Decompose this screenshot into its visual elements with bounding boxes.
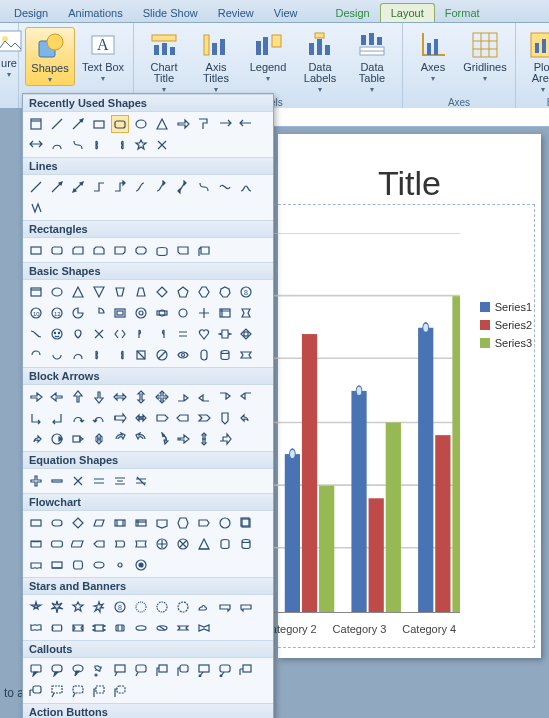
shape-flow-12[interactable] bbox=[48, 535, 66, 553]
tab-chart-layout[interactable]: Layout bbox=[380, 3, 435, 22]
shape-stars-2[interactable] bbox=[69, 598, 87, 616]
shape-rects-7[interactable] bbox=[174, 241, 192, 259]
shape-stars-13[interactable] bbox=[69, 619, 87, 637]
shape-recent-13[interactable] bbox=[69, 136, 87, 154]
shape-basic-37[interactable] bbox=[111, 346, 129, 364]
legend-item-series2[interactable]: Series2 bbox=[480, 319, 532, 331]
shape-basic-13[interactable] bbox=[69, 304, 87, 322]
shape-basic-12[interactable]: 12 bbox=[48, 304, 66, 322]
shape-recent-8[interactable] bbox=[195, 115, 213, 133]
shape-stars-18[interactable] bbox=[174, 619, 192, 637]
legend-button[interactable]: Legend ▾ bbox=[244, 27, 292, 95]
shape-basic-17[interactable] bbox=[153, 304, 171, 322]
shape-basic-26[interactable] bbox=[111, 325, 129, 343]
shape-basic-28[interactable] bbox=[153, 325, 171, 343]
shape-flow-5[interactable] bbox=[132, 514, 150, 532]
shape-flow-25[interactable] bbox=[90, 556, 108, 574]
shape-recent-6[interactable] bbox=[153, 115, 171, 133]
shape-flow-26[interactable] bbox=[111, 556, 129, 574]
shape-basic-31[interactable] bbox=[216, 325, 234, 343]
shapes-button[interactable]: Shapes ▾ bbox=[25, 27, 75, 86]
shape-lines-0[interactable] bbox=[27, 178, 45, 196]
shape-basic-41[interactable] bbox=[195, 346, 213, 364]
shape-arrows-20[interactable] bbox=[216, 409, 234, 427]
shape-arrows-27[interactable] bbox=[132, 430, 150, 448]
shape-callouts-13[interactable] bbox=[69, 682, 87, 700]
shape-basic-25[interactable] bbox=[90, 325, 108, 343]
shape-basic-23[interactable] bbox=[48, 325, 66, 343]
shape-callouts-7[interactable] bbox=[174, 661, 192, 679]
shape-recent-17[interactable] bbox=[153, 136, 171, 154]
shape-basic-3[interactable] bbox=[90, 283, 108, 301]
shape-recent-16[interactable] bbox=[132, 136, 150, 154]
shape-basic-5[interactable] bbox=[132, 283, 150, 301]
shape-arrows-0[interactable] bbox=[27, 388, 45, 406]
shape-basic-7[interactable] bbox=[174, 283, 192, 301]
shape-flow-11[interactable] bbox=[27, 535, 45, 553]
shape-stars-4[interactable]: 8 bbox=[111, 598, 129, 616]
shape-callouts-8[interactable] bbox=[195, 661, 213, 679]
shape-recent-2[interactable] bbox=[69, 115, 87, 133]
shape-stars-3[interactable] bbox=[90, 598, 108, 616]
plot-area-button[interactable]: Plot Area ▾ bbox=[522, 27, 549, 106]
chart-frame[interactable]: Category 2 Category 3 Category 4 Series1… bbox=[258, 204, 535, 648]
shape-stars-8[interactable] bbox=[195, 598, 213, 616]
shape-basic-36[interactable] bbox=[90, 346, 108, 364]
shape-stars-16[interactable] bbox=[132, 619, 150, 637]
shape-stars-9[interactable] bbox=[216, 598, 234, 616]
shape-recent-1[interactable] bbox=[48, 115, 66, 133]
shape-recent-4[interactable] bbox=[111, 115, 129, 133]
shape-stars-10[interactable] bbox=[237, 598, 255, 616]
shape-recent-10[interactable] bbox=[237, 115, 255, 133]
shape-arrows-6[interactable] bbox=[153, 388, 171, 406]
shape-basic-8[interactable] bbox=[195, 283, 213, 301]
shape-basic-29[interactable] bbox=[174, 325, 192, 343]
shape-flow-6[interactable] bbox=[153, 514, 171, 532]
shape-arrows-2[interactable] bbox=[69, 388, 87, 406]
shape-arrows-9[interactable] bbox=[216, 388, 234, 406]
shape-lines-4[interactable] bbox=[111, 178, 129, 196]
shape-recent-12[interactable] bbox=[48, 136, 66, 154]
shape-flow-1[interactable] bbox=[48, 514, 66, 532]
shape-eq-4[interactable] bbox=[111, 472, 129, 490]
shape-callouts-5[interactable] bbox=[132, 661, 150, 679]
shape-arrows-11[interactable] bbox=[27, 409, 45, 427]
shape-flow-16[interactable] bbox=[132, 535, 150, 553]
shape-callouts-1[interactable] bbox=[48, 661, 66, 679]
shape-basic-38[interactable] bbox=[132, 346, 150, 364]
shape-eq-5[interactable] bbox=[132, 472, 150, 490]
shape-rects-1[interactable] bbox=[48, 241, 66, 259]
shape-callouts-4[interactable] bbox=[111, 661, 129, 679]
shape-flow-22[interactable] bbox=[27, 556, 45, 574]
shape-basic-39[interactable] bbox=[153, 346, 171, 364]
shape-basic-14[interactable] bbox=[90, 304, 108, 322]
shape-basic-21[interactable] bbox=[237, 304, 255, 322]
shape-arrows-19[interactable] bbox=[195, 409, 213, 427]
text-box-button[interactable]: A Text Box ▾ bbox=[79, 27, 127, 86]
shape-flow-3[interactable] bbox=[90, 514, 108, 532]
shape-arrows-28[interactable] bbox=[153, 430, 171, 448]
shape-arrows-18[interactable] bbox=[174, 409, 192, 427]
shape-eq-2[interactable] bbox=[69, 472, 87, 490]
shape-stars-1[interactable] bbox=[48, 598, 66, 616]
shape-lines-7[interactable] bbox=[174, 178, 192, 196]
tab-view[interactable]: View bbox=[264, 4, 308, 22]
shape-flow-7[interactable] bbox=[174, 514, 192, 532]
shape-flow-21[interactable] bbox=[237, 535, 255, 553]
shape-stars-17[interactable] bbox=[153, 619, 171, 637]
shape-recent-3[interactable] bbox=[90, 115, 108, 133]
shape-recent-14[interactable] bbox=[90, 136, 108, 154]
shape-flow-8[interactable] bbox=[195, 514, 213, 532]
shape-flow-10[interactable] bbox=[237, 514, 255, 532]
shape-basic-40[interactable] bbox=[174, 346, 192, 364]
shape-lines-2[interactable] bbox=[69, 178, 87, 196]
shape-basic-34[interactable] bbox=[48, 346, 66, 364]
picture-button-fragment[interactable]: ure ▾ bbox=[0, 23, 19, 80]
shape-lines-3[interactable] bbox=[90, 178, 108, 196]
shape-arrows-25[interactable] bbox=[90, 430, 108, 448]
shape-stars-14[interactable] bbox=[90, 619, 108, 637]
shape-callouts-2[interactable] bbox=[69, 661, 87, 679]
shape-basic-10[interactable]: 8 bbox=[237, 283, 255, 301]
shape-eq-3[interactable] bbox=[90, 472, 108, 490]
shape-basic-0[interactable] bbox=[27, 283, 45, 301]
